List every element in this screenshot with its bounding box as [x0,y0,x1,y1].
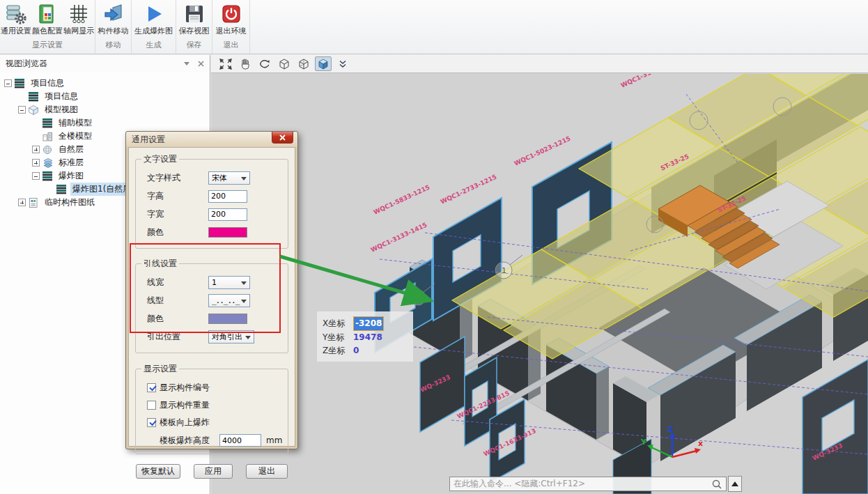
svg-text:WQC1-3123-1415: WQC1-3123-1415 [620,74,679,89]
wireframe-cube-icon[interactable] [276,56,293,71]
move-component-button[interactable]: 构件移动 [98,3,130,37]
slab-explosion-height-label: 楼板爆炸高度 [160,435,219,447]
leadout-position-select[interactable]: 对角引出 [208,330,254,344]
collapse-expander[interactable] [4,79,12,87]
ribbon-group-label: 生成 [132,37,176,54]
command-bar: 在此输入命令... <隐藏:Ctrl+F12> [449,476,742,492]
ribbon-group-label: 移动 [95,37,131,54]
color-config-button[interactable]: 颜色配置 [31,3,63,37]
y-coordinate-row: Y坐标 19478 [323,331,408,344]
exit-environment-icon [221,3,242,24]
svg-text:WQC1-5833-1215: WQC1-5833-1215 [373,184,431,216]
save-view-button[interactable]: 保存视图 [178,3,210,37]
search-icon [711,479,722,490]
ribbon-toolbar: 通用设置 颜色配置 [0,0,868,54]
svg-text:1: 1 [502,266,506,275]
command-input[interactable]: 在此输入命令... <隐藏:Ctrl+F12> [449,477,727,491]
show-component-weight-checkbox[interactable] [147,401,156,410]
leadout-position-label: 引出位置 [147,331,208,343]
up-arrow-icon [731,481,738,486]
svg-text:Y: Y [640,438,647,447]
x-coordinate-value[interactable]: -3208 [353,316,384,331]
leader-settings-title: 引线设置 [141,258,179,270]
dialog-buttons: 恢复默认 应用 退出 [136,464,288,479]
line-type-select[interactable]: _.._.._ [208,294,250,307]
restore-default-button[interactable]: 恢复默认 [136,464,180,479]
x-coordinate-row: X坐标 -3208 [323,316,408,331]
close-icon [279,134,286,141]
tree-item-project-info[interactable]: 项目信息 [0,90,210,103]
ribbon-group-label: 显示设置 [0,37,95,54]
dialog-title: 通用设置 [132,134,165,146]
view-browser-header: 视图浏览器 [0,55,210,72]
orbit-icon[interactable] [256,56,273,71]
expand-expander[interactable] [32,146,40,153]
show-component-number-row: 显示构件编号 [147,382,282,394]
svg-text:Z: Z [667,425,673,434]
general-settings-label: 通用设置 [1,26,31,36]
ribbon-group-generate: 生成爆炸图 生成 [132,0,176,54]
display-settings-group: 显示设置 显示构件编号 显示构件重量 楼板向上爆炸 楼板爆炸高度 mm [135,363,288,454]
tree-item-auxiliary-model[interactable]: 辅助模型 [0,116,210,130]
application-window: 通用设置 颜色配置 [0,0,868,494]
text-settings-title: 文字设置 [141,153,179,165]
dialog-close-button[interactable] [272,132,293,144]
text-color-label: 颜色 [147,226,208,238]
general-settings-button[interactable]: 通用设置 [0,3,31,37]
hidden-line-cube-icon[interactable] [295,56,312,71]
ribbon-group-label: 退出 [212,37,249,54]
svg-text:WQC1-5023-1215: WQC1-5023-1215 [513,135,572,167]
svg-text:WQC1-2733-1215: WQC1-2733-1215 [440,173,498,206]
tree-item-model-view[interactable]: 模型视图 [0,103,210,116]
save-view-label: 保存视图 [179,26,210,36]
pan-hand-icon[interactable] [237,56,254,71]
move-component-label: 构件移动 [98,26,129,36]
view-toolbar [211,55,868,73]
char-width-input[interactable] [208,208,247,221]
char-width-label: 字宽 [147,208,208,220]
text-color-swatch[interactable] [208,227,247,238]
show-component-number-checkbox[interactable] [147,383,156,392]
ribbon-group-move: 构件移动 移动 [95,0,132,54]
grid-display-button[interactable]: 轴网显示 [63,3,95,37]
more-tools-chevron-icon[interactable] [334,56,351,71]
grid-display-icon [68,3,89,24]
char-height-input[interactable] [208,190,247,203]
z-coordinate-value: 0 [353,344,359,357]
slab-explode-upward-row: 楼板向上爆炸 [147,417,282,429]
line-type-label: 线型 [147,295,208,307]
panel-close-icon[interactable] [198,61,204,67]
collapse-expander[interactable] [32,172,40,180]
expand-expander[interactable] [18,199,26,206]
generate-explosion-label: 生成爆炸图 [134,26,173,36]
tree-item-project-info-root[interactable]: 项目信息 [0,77,210,90]
3d-viewport: 1 2 WQC1-3123-1415 ST-33-25 ST-32-25 WQC… [211,55,868,494]
shaded-cube-icon[interactable] [315,56,332,71]
collapse-expander[interactable] [18,106,26,114]
ribbon-group-exit: 退出环境 退出 [212,0,250,54]
slab-explosion-height-input[interactable] [219,434,261,447]
zoom-extents-icon[interactable] [217,56,234,71]
leader-color-swatch[interactable] [208,314,247,324]
ribbon-group-label: 保存 [176,37,212,54]
text-style-select[interactable]: 宋体 [208,171,250,185]
line-width-label: 线宽 [147,277,208,288]
unit-label: mm [266,435,282,445]
3d-scene: 1 2 WQC1-3123-1415 ST-33-25 ST-32-25 WQC… [211,74,868,494]
generate-explosion-button[interactable]: 生成爆炸图 [132,3,176,37]
color-config-icon [37,3,58,24]
apply-button[interactable]: 应用 [194,464,233,479]
exit-button[interactable]: 退出 [246,464,288,479]
x-coordinate-label: X坐标 [323,317,353,330]
general-settings-icon [6,3,26,24]
panel-collapse-icon[interactable] [184,62,189,65]
3d-canvas[interactable]: 1 2 WQC1-3123-1415 ST-33-25 ST-32-25 WQC… [211,74,868,494]
exit-environment-button[interactable]: 退出环境 [215,3,247,37]
slab-explode-upward-checkbox[interactable] [147,418,156,427]
expand-expander[interactable] [32,159,40,167]
svg-text:2: 2 [416,293,421,302]
z-coordinate-label: Z坐标 [323,344,353,357]
line-width-select[interactable]: 1 [208,276,250,289]
command-history-button[interactable] [728,476,742,492]
ribbon-group-save: 保存视图 保存 [176,0,212,54]
